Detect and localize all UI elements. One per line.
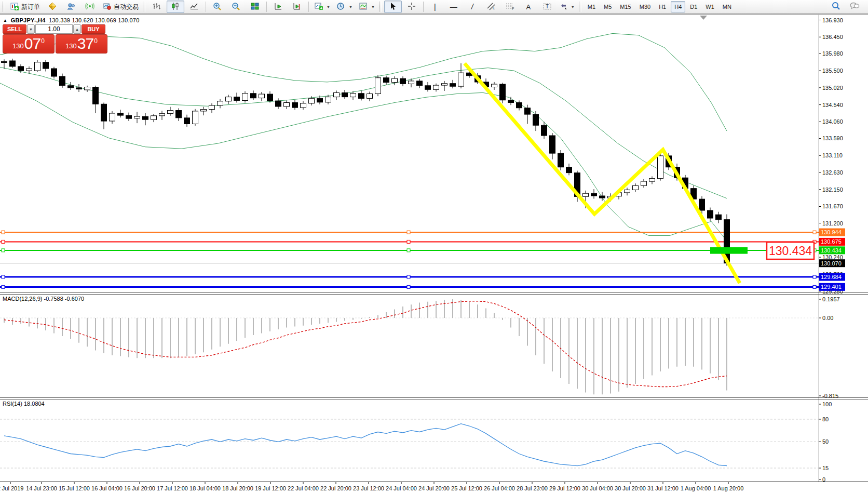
timeframe-W1[interactable]: W1 xyxy=(702,1,718,12)
support-rectangle[interactable] xyxy=(710,247,748,254)
timeframe-M5[interactable]: M5 xyxy=(600,1,615,12)
line-marker[interactable] xyxy=(813,275,816,278)
time-tick-label: 18 Jul 20:00 xyxy=(222,485,253,491)
candlestick-chart-button[interactable] xyxy=(167,1,184,13)
sell-price-big: 07 xyxy=(24,36,40,51)
arrows-tool-button[interactable]: ▼ xyxy=(557,1,577,13)
group-handle[interactable] xyxy=(379,2,382,12)
timeframe-M15[interactable]: M15 xyxy=(616,1,634,12)
sell-price-display[interactable]: 130 07 0 xyxy=(3,34,55,54)
macd-label: MACD(12,26,9) xyxy=(3,296,42,302)
line-marker[interactable] xyxy=(407,240,410,243)
indicators-icon xyxy=(359,2,368,12)
zoom-in-button[interactable] xyxy=(209,1,226,13)
candle-body xyxy=(193,111,198,124)
ohlc-open: 130.339 xyxy=(49,17,70,23)
timeframe-M1[interactable]: M1 xyxy=(584,1,599,12)
dropdown-caret-icon[interactable]: ▼ xyxy=(327,5,330,9)
candle-body xyxy=(708,210,713,218)
volume-increase-button[interactable]: ▲ xyxy=(73,24,81,34)
search-button[interactable] xyxy=(827,1,845,13)
candlestick-chart-icon xyxy=(171,2,180,12)
line-marker[interactable] xyxy=(813,285,816,288)
signals-button[interactable] xyxy=(81,1,99,13)
dropdown-caret-icon[interactable]: ▼ xyxy=(349,5,352,9)
horizontal-lines[interactable] xyxy=(0,231,819,288)
volume-input[interactable]: 1.00 xyxy=(35,24,73,34)
candle-body xyxy=(591,193,597,196)
timeframe-H4[interactable]: H4 xyxy=(671,1,685,12)
autotrading-button[interactable]: 自动交易 xyxy=(100,1,141,13)
new-chart-button[interactable]: ▼ xyxy=(311,1,333,13)
community-button[interactable] xyxy=(62,1,80,13)
auto-scroll-button[interactable] xyxy=(269,1,287,13)
shift-marker[interactable] xyxy=(700,16,707,20)
candle-body xyxy=(550,136,555,153)
price-callout[interactable]: 130.434 xyxy=(767,242,814,259)
mql5-button[interactable] xyxy=(44,1,61,13)
zoom-in-icon xyxy=(213,2,222,12)
chart-shift-button[interactable] xyxy=(288,1,306,13)
cursor-tool-button[interactable] xyxy=(384,1,402,13)
line-marker[interactable] xyxy=(2,275,5,278)
group-handle[interactable] xyxy=(579,2,581,12)
chart-canvas[interactable]: 130.434136.930136.450135.980135.500135.0… xyxy=(0,0,868,493)
volume-decrease-button[interactable]: ▼ xyxy=(27,24,35,34)
price-chip-label: 129.401 xyxy=(821,284,842,290)
price-tick-label: 132.150 xyxy=(822,186,843,193)
fibonacci-tool-button[interactable]: F xyxy=(501,1,519,13)
horizontal-line-tool-button[interactable]: — xyxy=(445,1,463,13)
line-marker[interactable] xyxy=(2,240,5,243)
chat-button[interactable] xyxy=(846,1,863,13)
vertical-line-tool-button[interactable]: | xyxy=(426,1,444,13)
rsi-tick-label: 15 xyxy=(822,465,829,471)
rectangle-object[interactable] xyxy=(710,247,748,254)
time-tick-label: 18 Jul 04:00 xyxy=(189,485,221,491)
candle-body xyxy=(533,114,539,125)
line-marker[interactable] xyxy=(2,285,5,288)
line-marker[interactable] xyxy=(2,249,5,252)
timeframe-H1[interactable]: H1 xyxy=(655,1,670,12)
time-tick-label: 22 Jul 20:00 xyxy=(320,485,351,491)
timeframe-M30[interactable]: M30 xyxy=(636,1,654,12)
price-tick-label: 134.060 xyxy=(822,118,843,125)
tile-windows-button[interactable] xyxy=(246,1,264,13)
candle-body xyxy=(276,101,281,106)
toolbar-separator xyxy=(266,2,267,12)
timeframe-D1[interactable]: D1 xyxy=(686,1,701,12)
line-marker[interactable] xyxy=(2,231,5,234)
sell-button[interactable]: SELL xyxy=(3,24,26,34)
trendline-icon: / xyxy=(471,3,473,11)
line-marker[interactable] xyxy=(407,285,410,288)
dropdown-caret-icon[interactable]: ▼ xyxy=(571,5,575,9)
text-tool-button[interactable]: A xyxy=(520,1,537,13)
macd-tick-label: 0.00 xyxy=(822,315,833,321)
profiles-button[interactable]: ▼ xyxy=(334,1,355,13)
zoom-out-button[interactable] xyxy=(227,1,245,13)
line-chart-button[interactable] xyxy=(185,1,203,13)
line-marker[interactable] xyxy=(407,231,410,234)
channel-tool-button[interactable]: E xyxy=(482,1,500,13)
price-tick-label: 132.630 xyxy=(822,169,843,176)
new-order-button[interactable]: 新订单 xyxy=(8,1,43,13)
text-label-tool-button[interactable]: T xyxy=(538,1,556,13)
line-marker[interactable] xyxy=(407,249,410,252)
crosshair-tool-button[interactable] xyxy=(403,1,421,13)
buy-price-display[interactable]: 130 37 0 xyxy=(56,34,107,54)
timeframe-MN[interactable]: MN xyxy=(719,1,735,12)
group-handle[interactable] xyxy=(143,2,145,12)
candle-body xyxy=(184,118,190,124)
trendline-tool-button[interactable]: / xyxy=(464,1,481,13)
bar-chart-button[interactable] xyxy=(148,1,166,13)
indicators-button[interactable]: ▼ xyxy=(356,1,377,13)
chart-shift-marker-icon[interactable] xyxy=(700,16,707,20)
candle-body xyxy=(350,94,356,97)
collapse-panel-icon[interactable]: ▲ xyxy=(3,18,7,23)
toolbar-drag-handle[interactable] xyxy=(3,2,5,12)
dropdown-caret-icon[interactable]: ▼ xyxy=(371,5,375,9)
price-tick-label: 135.500 xyxy=(822,68,843,74)
buy-button[interactable]: BUY xyxy=(82,24,105,34)
line-marker[interactable] xyxy=(407,275,410,278)
line-marker[interactable] xyxy=(813,231,816,234)
autotrading-icon xyxy=(102,2,112,12)
